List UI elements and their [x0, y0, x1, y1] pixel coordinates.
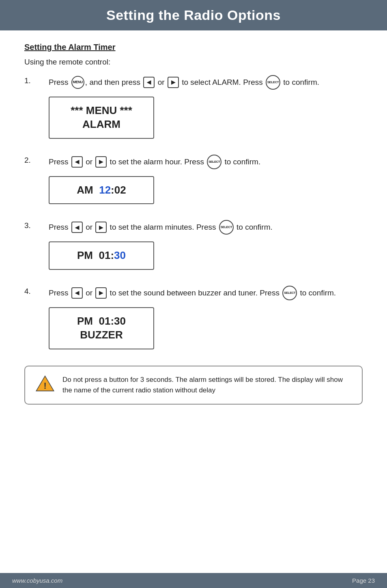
right-arrow-icon-4: ▶: [95, 287, 107, 299]
step-2-number: 2.: [24, 155, 49, 165]
display-line-3a: PM 01:30: [58, 249, 145, 263]
select-button-icon-3: SELECT: [219, 220, 234, 235]
display-line-4a: PM 01:30: [58, 314, 145, 328]
step-3-number: 3.: [24, 220, 49, 230]
highlight-minutes: 30: [114, 249, 126, 261]
left-arrow-icon-1: ◀: [143, 77, 155, 88]
step-1: 1. Press MENU, and then press ◀ or ▶ to …: [24, 75, 363, 143]
step-2-content: Press ◀ or ▶ to set the alarm hour. Pres…: [49, 155, 363, 209]
step-3-text: Press ◀ or ▶ to set the alarm minutes. P…: [49, 220, 363, 235]
page-header: Setting the Radio Options: [0, 0, 387, 30]
step-4-content: Press ◀ or ▶ to set the sound between bu…: [49, 286, 363, 353]
svg-text:!: !: [43, 381, 46, 391]
step-4-text: Press ◀ or ▶ to set the sound between bu…: [49, 286, 363, 301]
display-line-1a: *** MENU ***: [58, 104, 145, 118]
warning-text: Do not press a button for 3 seconds. The…: [62, 375, 352, 396]
step-1-content: Press MENU, and then press ◀ or ▶ to sel…: [49, 75, 363, 143]
step-2: 2. Press ◀ or ▶ to set the alarm hour. P…: [24, 155, 363, 209]
right-arrow-icon-2: ▶: [95, 156, 107, 168]
intro-text: Using the remote control:: [24, 58, 363, 67]
step-1-number: 1.: [24, 75, 49, 85]
footer-url: www.cobyusa.com: [12, 577, 62, 584]
step-4: 4. Press ◀ or ▶ to set the sound between…: [24, 286, 363, 353]
warning-icon: !: [35, 375, 55, 394]
step-4-number: 4.: [24, 286, 49, 296]
right-arrow-icon-3: ▶: [95, 222, 107, 233]
or-label-2: or: [86, 157, 95, 166]
step-3: 3. Press ◀ or ▶ to set the alarm minutes…: [24, 220, 363, 274]
warning-box: ! Do not press a button for 3 seconds. T…: [24, 366, 363, 405]
select-button-icon-1: SELECT: [266, 75, 280, 90]
or-label-3: or: [86, 223, 95, 231]
footer-page: Page 23: [352, 577, 375, 584]
step-1-text: Press MENU, and then press ◀ or ▶ to sel…: [49, 75, 363, 90]
menu-button-icon: MENU: [71, 76, 84, 89]
highlight-hour: 12: [99, 184, 111, 196]
or-label-4: or: [86, 289, 95, 297]
right-arrow-icon-1: ▶: [168, 77, 179, 88]
section-title: Setting the Alarm Timer: [24, 43, 363, 52]
step-2-text: Press ◀ or ▶ to set the alarm hour. Pres…: [49, 155, 363, 170]
or-label-1: or: [158, 78, 167, 86]
display-box-4: PM 01:30 BUZZER: [49, 307, 154, 349]
display-line-2a: AM 12:02: [58, 183, 145, 197]
page-footer: www.cobyusa.com Page 23: [0, 573, 387, 588]
display-line-4b: BUZZER: [58, 328, 145, 342]
page-title: Setting the Radio Options: [16, 7, 371, 23]
left-arrow-icon-2: ◀: [71, 156, 83, 168]
select-button-icon-4: SELECT: [282, 286, 297, 300]
display-line-1b: ALARM: [58, 118, 145, 131]
display-box-1: *** MENU *** ALARM: [49, 97, 154, 139]
left-arrow-icon-4: ◀: [71, 287, 83, 299]
left-arrow-icon-3: ◀: [71, 222, 83, 233]
main-content: Setting the Alarm Timer Using the remote…: [0, 30, 387, 437]
warning-triangle-icon: !: [35, 375, 55, 392]
display-box-2: AM 12:02: [49, 176, 154, 205]
select-button-icon-2: SELECT: [207, 155, 221, 169]
display-box-3: PM 01:30: [49, 241, 154, 270]
step-3-content: Press ◀ or ▶ to set the alarm minutes. P…: [49, 220, 363, 274]
